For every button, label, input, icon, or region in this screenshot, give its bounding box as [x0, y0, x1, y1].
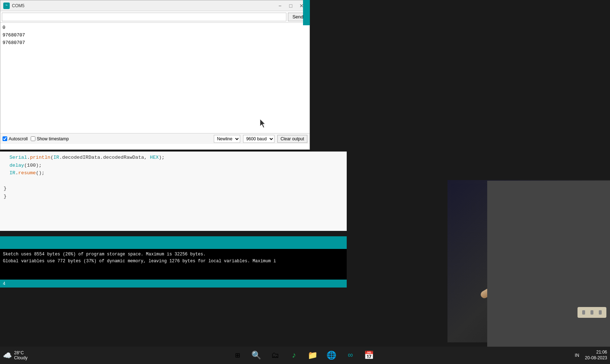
code-line: Serial.println(IR.decodedIRData.decodedR… [4, 154, 343, 162]
calendar-button[interactable]: 📅 [361, 347, 377, 363]
socket-2 [590, 310, 593, 315]
code-line: IR.resume(); [4, 169, 343, 177]
system-tray: IN [575, 353, 579, 358]
taskbar: ☁️ 28°C Cloudy ⊞ 🔍 🗂 ♪ 📁 🌐 ∞ 📅 [0, 347, 610, 364]
arduino-console: Sketch uses 8554 bytes (26%) of program … [0, 249, 347, 280]
newline-dropdown[interactable]: Newline [214, 135, 240, 143]
arduino-taskbar-button[interactable]: ∞ [342, 347, 358, 363]
window-title: COM5 [12, 3, 275, 8]
arduino-status-bar [0, 236, 347, 249]
dark-gap-top [310, 0, 487, 150]
output-line: 97680707 [3, 32, 307, 39]
input-row: Send [0, 11, 310, 23]
spotify-icon: ♪ [291, 351, 296, 360]
timestamp-checkbox[interactable] [31, 136, 35, 141]
weather-icon: ☁️ [3, 351, 12, 360]
date-display: 20-08-2023 [585, 355, 607, 361]
windows-icon: ⊞ [235, 351, 240, 360]
weather-condition: Cloudy [14, 355, 27, 360]
code-line: } [4, 193, 343, 201]
calendar-icon: 📅 [364, 351, 374, 360]
serial-input[interactable] [2, 13, 286, 21]
window-controls: − □ ✕ [275, 2, 307, 9]
line-number: 4 [3, 281, 5, 286]
console-line-2: Global variables use 772 bytes (37%) of … [3, 258, 344, 265]
maximize-button[interactable]: □ [286, 2, 296, 9]
arduino-taskbar-icon: ∞ [348, 351, 352, 360]
temperature: 28°C [14, 350, 27, 355]
task-view-button[interactable]: 🗂 [267, 347, 283, 363]
output-line: 97680707 [3, 39, 307, 47]
minimize-button[interactable]: − [275, 2, 285, 9]
search-taskbar-button[interactable]: 🔍 [248, 347, 264, 363]
spotify-button[interactable]: ♪ [286, 347, 302, 363]
console-line-1: Sketch uses 8554 bytes (26%) of program … [3, 251, 344, 258]
autoscroll-checkbox[interactable] [3, 136, 7, 141]
power-strip [577, 307, 606, 318]
weather-widget: ☁️ 28°C Cloudy [3, 350, 27, 361]
folder-button[interactable]: 📁 [305, 347, 321, 363]
serial-monitor-window: ~ COM5 − □ ✕ Send 0 97680707 97680707 Au… [0, 0, 310, 150]
code-editor: Serial.println(IR.decodedIRData.decodedR… [0, 152, 347, 231]
serial-monitor-bottom-bar: Autoscroll Show timestamp Newline 9600 b… [0, 133, 310, 144]
code-line: delay(100); [4, 162, 343, 170]
chrome-icon: 🌐 [326, 351, 336, 360]
search-taskbar-icon: 🔍 [251, 351, 261, 360]
chrome-button[interactable]: 🌐 [324, 347, 339, 363]
taskbar-center: ⊞ 🔍 🗂 ♪ 📁 🌐 ∞ 📅 [32, 347, 575, 363]
title-bar: ~ COM5 − □ ✕ [0, 0, 310, 11]
line-number-bar: 4 [0, 280, 347, 288]
datetime-display: 21:06 20-08-2023 [585, 350, 607, 361]
windows-start-button[interactable]: ⊞ [230, 347, 246, 363]
socket-3 [599, 310, 602, 315]
language-indicator: IN [575, 353, 579, 358]
code-line [4, 177, 343, 185]
timestamp-text: Show timestamp [37, 136, 69, 141]
code-line: } [4, 185, 343, 193]
taskbar-right: IN 21:06 20-08-2023 [575, 350, 607, 361]
task-view-icon: 🗂 [271, 351, 279, 360]
time-display: 21:06 [596, 350, 607, 355]
autoscroll-text: Autoscroll [9, 136, 28, 141]
socket-1 [582, 310, 585, 315]
autoscroll-label[interactable]: Autoscroll [3, 136, 28, 141]
clear-output-button[interactable]: Clear output [277, 135, 307, 143]
arduino-icon: ~ [3, 3, 10, 9]
serial-output: 0 97680707 97680707 [0, 23, 310, 133]
output-line: 0 [3, 24, 307, 32]
timestamp-label[interactable]: Show timestamp [31, 136, 69, 141]
folder-icon: 📁 [308, 351, 317, 360]
baud-rate-dropdown[interactable]: 9600 baud [243, 135, 274, 143]
wall-background [487, 181, 610, 347]
